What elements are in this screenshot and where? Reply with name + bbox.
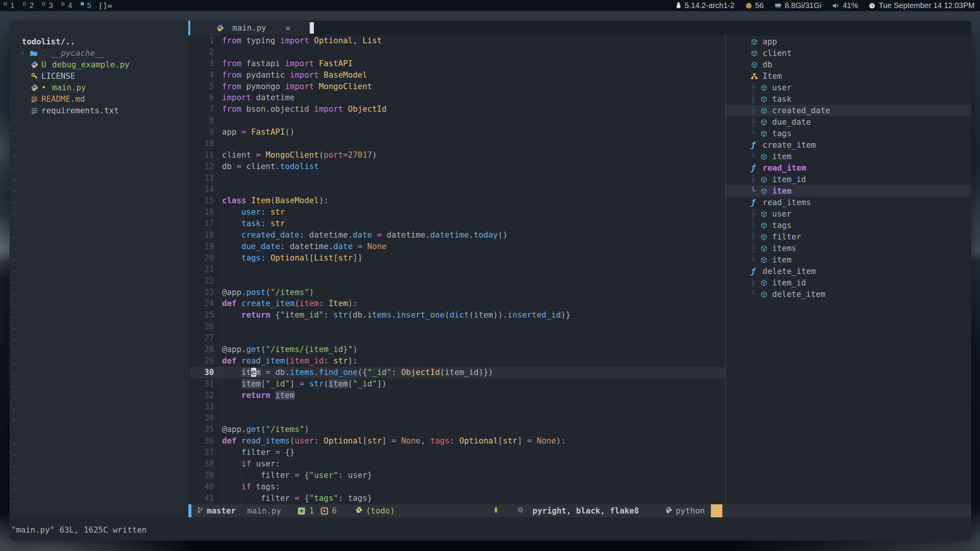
symbol-item_id[interactable]: ├ item_id <box>726 277 971 289</box>
code-line-2[interactable]: 2 <box>190 47 725 58</box>
code-line-36[interactable]: 36def read_items(user: Optional[str] = N… <box>190 435 725 447</box>
file-tree-root[interactable]: todolist/.. <box>10 36 188 47</box>
symbols-outline-panel[interactable]: app client db Item├ user├ task├ created_… <box>726 35 971 504</box>
empty-line-tilde: ~ <box>10 346 188 357</box>
symbol-delete_item[interactable]: ƒdelete_item <box>726 266 971 277</box>
code-line-34[interactable]: 34 <box>190 412 725 424</box>
code-text: from bson.objectid import ObjectId <box>222 104 387 115</box>
tree-item-requirements-txt[interactable]: requirements.txt <box>10 105 188 116</box>
tree-item-debug-example-py[interactable]: Udebug_example.py <box>10 59 188 70</box>
code-line-39[interactable]: 39 filter = {"user": user} <box>190 470 725 481</box>
symbol-create_item[interactable]: ƒcreate_item <box>726 139 971 151</box>
code-line-41[interactable]: 41 filter = {"tags": tags} <box>190 493 725 504</box>
workspace-1[interactable]: 1 <box>4 0 15 11</box>
symbol-created_date[interactable]: ├ created_date <box>726 105 971 116</box>
symbol-read_items[interactable]: ƒread_items <box>726 197 971 208</box>
symbol-due_date[interactable]: ├ due_date <box>726 116 971 128</box>
code-line-28[interactable]: 28@app.get("/items/{item_id}") <box>190 344 725 355</box>
symbol-items[interactable]: ├ items <box>726 243 971 254</box>
code-line-14[interactable]: 14 <box>190 184 725 196</box>
code-line-17[interactable]: 17 task: str <box>190 218 725 230</box>
symbol-task[interactable]: ├ task <box>726 93 971 105</box>
symbol-item[interactable]: └ item <box>726 254 971 266</box>
symbol-tags[interactable]: └ tags <box>726 128 971 139</box>
code-line-30[interactable]: 30 item = db.items.find_one({"_id": Obje… <box>190 367 725 378</box>
code-line-5[interactable]: 5from pymongo import MongoClient <box>190 81 725 93</box>
code-line-37[interactable]: 37 filter = {} <box>190 447 725 458</box>
code-line-16[interactable]: 16 user: str <box>190 207 725 218</box>
symbol-item[interactable]: └ item <box>726 151 971 162</box>
code-line-38[interactable]: 38 if user: <box>190 458 725 470</box>
tree-item--pycache-[interactable]: ›__pycache__ <box>10 47 188 59</box>
code-line-19[interactable]: 19 due_date: datetime.date = None <box>190 241 725 253</box>
statusline: master main.py + 1 6 (todo) pyright, bla… <box>188 504 971 517</box>
code-line-23[interactable]: 23@app.post("/items") <box>190 287 725 298</box>
code-line-12[interactable]: 12db = client.todolist <box>190 161 725 173</box>
tree-item-main-py[interactable]: •main.py <box>10 82 188 93</box>
code-line-11[interactable]: 11client = MongoClient(port=27017) <box>190 150 725 161</box>
code-line-10[interactable]: 10 <box>190 138 725 150</box>
code-line-29[interactable]: 29def read_item(item_id: str): <box>190 355 725 367</box>
python-venv-icon <box>355 506 363 515</box>
symbol-user[interactable]: ├ user <box>726 82 971 93</box>
code-line-13[interactable]: 13 <box>190 173 725 184</box>
file-explorer-panel[interactable]: todolist/..›__pycache__ Udebug_example.p… <box>10 21 188 517</box>
tab-close-icon[interactable]: × <box>286 23 291 33</box>
code-line-15[interactable]: 15class Item(BaseModel): <box>190 195 725 207</box>
code-line-9[interactable]: 9app = FastAPI() <box>190 127 725 138</box>
symbol-app[interactable]: app <box>726 36 971 47</box>
symbol-delete_item[interactable]: └ delete_item <box>726 289 971 300</box>
workspace-indicator-icon <box>23 2 26 5</box>
variable-icon-cell <box>760 107 772 114</box>
symbol-Item[interactable]: Item <box>726 70 971 82</box>
tree-item-README-md[interactable]: README.md <box>10 93 188 105</box>
symbol-tags[interactable]: ├ tags <box>726 220 971 231</box>
file-type-icon-cell <box>31 61 41 68</box>
workspace-2[interactable]: 2 <box>23 0 34 11</box>
code-line-21[interactable]: 21 <box>190 264 725 276</box>
symbol-db[interactable]: db <box>726 59 971 70</box>
tab-main-py[interactable]: main.py × <box>190 21 309 35</box>
symbol-label: user <box>772 209 792 218</box>
code-line-3[interactable]: 3from fastapi import FastAPI <box>190 58 725 70</box>
code-line-32[interactable]: 32 return item <box>190 390 725 401</box>
code-line-40[interactable]: 40 if tags: <box>190 481 725 493</box>
variable-icon-cell <box>760 256 772 264</box>
symbol-user[interactable]: ├ user <box>726 208 971 220</box>
code-line-8[interactable]: 8 <box>190 115 725 127</box>
code-line-35[interactable]: 35@app.get("/items") <box>190 424 725 435</box>
code-editor[interactable]: 1from typing import Optional, List23from… <box>190 35 725 504</box>
symbol-item_id[interactable]: ├ item_id <box>726 174 971 185</box>
code-line-6[interactable]: 6import datetime <box>190 92 725 104</box>
vim-message: "main.py" 63L, 1625C written <box>11 524 147 536</box>
workspace-5[interactable]: 5 <box>81 0 91 11</box>
workspace-3[interactable]: 3 <box>42 0 53 11</box>
code-line-4[interactable]: 4from pydantic import BaseModel <box>190 70 725 81</box>
tree-item-LICENSE[interactable]: LICENSE <box>10 70 188 82</box>
symbol-client[interactable]: client <box>726 47 971 59</box>
symbol-read_item[interactable]: ƒread_item <box>726 162 971 174</box>
code-line-31[interactable]: 31 item["_id"] = str(item["_id"]) <box>190 378 725 390</box>
file-name: LICENSE <box>41 72 75 81</box>
indent-guide <box>222 230 242 241</box>
file-type-icon-cell <box>31 72 41 80</box>
line-number: 27 <box>190 333 222 344</box>
code-line-20[interactable]: 20 tags: Optional[List[str]] <box>190 253 725 264</box>
code-line-33[interactable]: 33 <box>190 401 725 413</box>
line-number: 16 <box>190 207 222 218</box>
workspace-4[interactable]: 4 <box>61 0 72 11</box>
line-number: 17 <box>190 218 222 230</box>
code-line-26[interactable]: 26 <box>190 321 725 333</box>
code-line-25[interactable]: 25 return {"item_id": str(db.items.inser… <box>190 310 725 321</box>
git-status-mark: • <box>41 83 52 92</box>
code-line-7[interactable]: 7from bson.objectid import ObjectId <box>190 104 725 115</box>
code-line-24[interactable]: 24def create_item(item: Item): <box>190 298 725 310</box>
chevron-right-icon[interactable]: › <box>20 49 30 58</box>
symbol-filter[interactable]: ├ filter <box>726 231 971 243</box>
code-line-27[interactable]: 27 <box>190 333 725 344</box>
symbol-item[interactable]: └ item <box>726 185 971 197</box>
code-line-18[interactable]: 18 created_date: datetime.date = datetim… <box>190 230 725 241</box>
code-line-1[interactable]: 1from typing import Optional, List <box>190 35 725 47</box>
code-line-22[interactable]: 22 <box>190 276 725 287</box>
git-diff-changed-count: 6 <box>332 506 337 515</box>
